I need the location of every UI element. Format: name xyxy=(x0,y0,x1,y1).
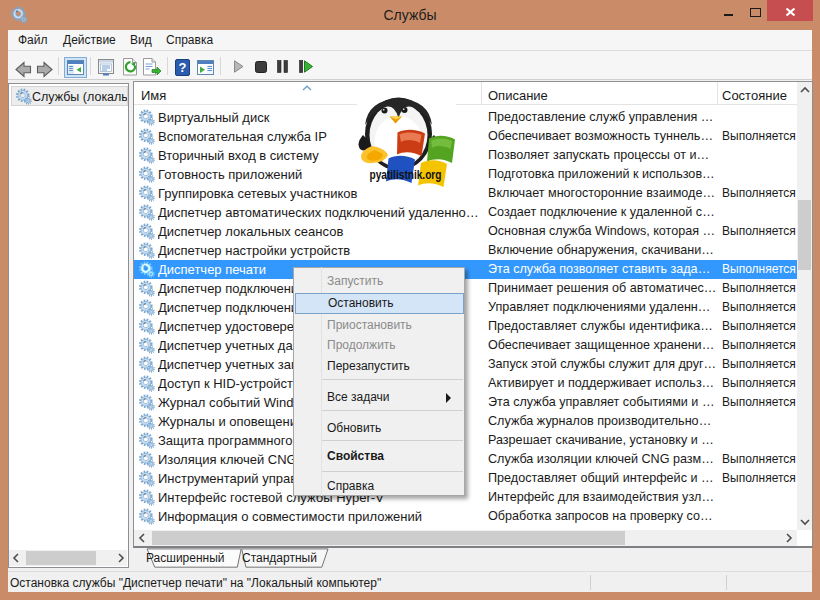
svg-text:pyatilistnik.org: pyatilistnik.org xyxy=(370,168,442,182)
svg-text:?: ? xyxy=(179,60,187,75)
